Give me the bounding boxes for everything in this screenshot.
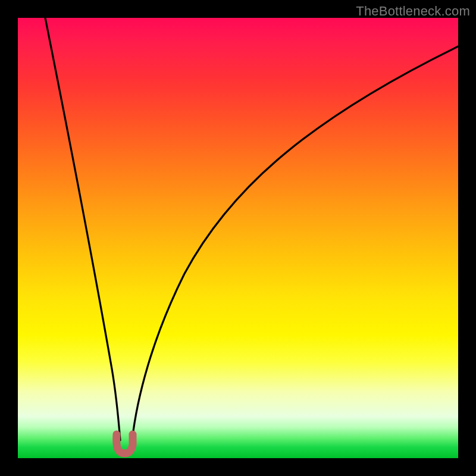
watermark-text: TheBottleneck.com xyxy=(356,4,470,19)
curve-left-branch xyxy=(45,18,120,440)
valley-marker xyxy=(117,434,133,453)
chart-curves-svg xyxy=(18,18,458,458)
chart-frame: TheBottleneck.com xyxy=(0,0,476,476)
curve-right-branch xyxy=(132,46,458,440)
chart-plot-area xyxy=(18,18,458,458)
